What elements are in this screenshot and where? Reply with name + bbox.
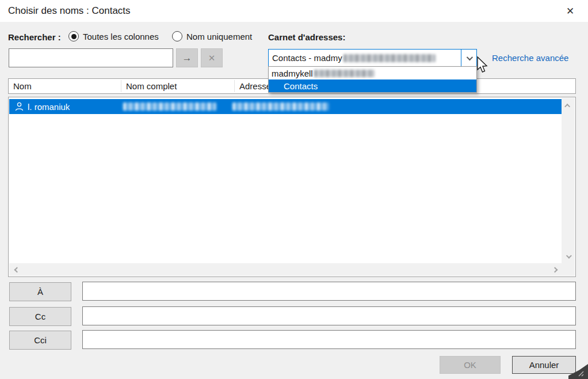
scrollbar-corner	[562, 263, 575, 276]
contacts-list: l. romaniuk	[8, 97, 576, 277]
search-go-button[interactable]: →	[176, 48, 198, 67]
cc-field[interactable]	[82, 306, 576, 325]
radio-unselected-icon	[172, 31, 182, 41]
ok-button[interactable]: OK	[440, 356, 501, 374]
address-book-label: Carnet d'adresses:	[268, 32, 345, 42]
clear-icon: ✕	[208, 53, 216, 63]
chevron-down-icon	[566, 253, 572, 259]
horizontal-scrollbar[interactable]	[9, 263, 562, 276]
chevron-left-icon	[14, 267, 20, 272]
cc-button[interactable]: Cc	[9, 307, 71, 326]
column-header-nom[interactable]: Nom	[9, 81, 121, 91]
select-names-dialog: Choisir des noms : Contacts ✕ Rechercher…	[0, 0, 588, 379]
blurred-text	[314, 70, 375, 77]
page-title: Choisir des noms : Contacts	[8, 5, 131, 17]
arrow-right-icon: →	[182, 52, 192, 64]
title-bar: Choisir des noms : Contacts ✕	[0, 0, 588, 22]
address-book-combobox[interactable]: Contacts - madmy	[268, 49, 477, 67]
column-header-nom-complet[interactable]: Nom complet	[121, 81, 234, 91]
vertical-scrollbar[interactable]	[562, 98, 575, 264]
advanced-search-link[interactable]: Recherche avancée	[492, 53, 568, 63]
scroll-right-button[interactable]	[549, 263, 560, 276]
contact-name: l. romaniuk	[28, 102, 70, 112]
to-field[interactable]	[82, 282, 576, 301]
cancel-button[interactable]: Annuler	[512, 356, 576, 374]
blurred-text	[343, 54, 436, 62]
dropdown-item-account[interactable]: madmykell	[269, 67, 476, 79]
combobox-dropdown-button[interactable]	[461, 50, 476, 66]
scroll-up-button[interactable]	[562, 100, 575, 111]
radio-name-only[interactable]: Nom uniquement	[172, 31, 252, 41]
close-icon: ✕	[566, 5, 574, 17]
radio-all-columns-label: Toutes les colonnes	[83, 32, 159, 41]
scroll-left-button[interactable]	[12, 263, 22, 276]
chevron-right-icon	[552, 267, 558, 272]
cci-button[interactable]: Cci	[9, 331, 71, 350]
resize-grip-icon[interactable]	[578, 370, 585, 377]
search-clear-button[interactable]: ✕	[201, 48, 223, 67]
dropdown-item-contacts[interactable]: Contacts	[269, 79, 476, 92]
scroll-down-button[interactable]	[562, 251, 575, 261]
search-input[interactable]	[9, 48, 173, 67]
cci-field[interactable]	[82, 330, 576, 349]
radio-name-only-label: Nom uniquement	[186, 32, 252, 41]
radio-selected-icon	[68, 31, 79, 41]
radio-all-columns[interactable]: Toutes les colonnes	[68, 31, 159, 41]
person-icon	[15, 102, 24, 111]
close-button[interactable]: ✕	[557, 0, 583, 22]
blurred-address	[232, 103, 329, 111]
search-label: Rechercher :	[8, 32, 61, 42]
contact-row-selected[interactable]: l. romaniuk	[9, 99, 562, 114]
to-button[interactable]: À	[9, 282, 71, 301]
chevron-up-icon	[564, 103, 570, 109]
address-book-dropdown-list: madmykell Contacts	[268, 66, 477, 93]
blurred-full-name	[123, 103, 216, 111]
mouse-cursor	[475, 56, 488, 74]
combobox-value: Contacts - madmy	[272, 53, 342, 63]
chevron-down-icon	[467, 54, 473, 60]
